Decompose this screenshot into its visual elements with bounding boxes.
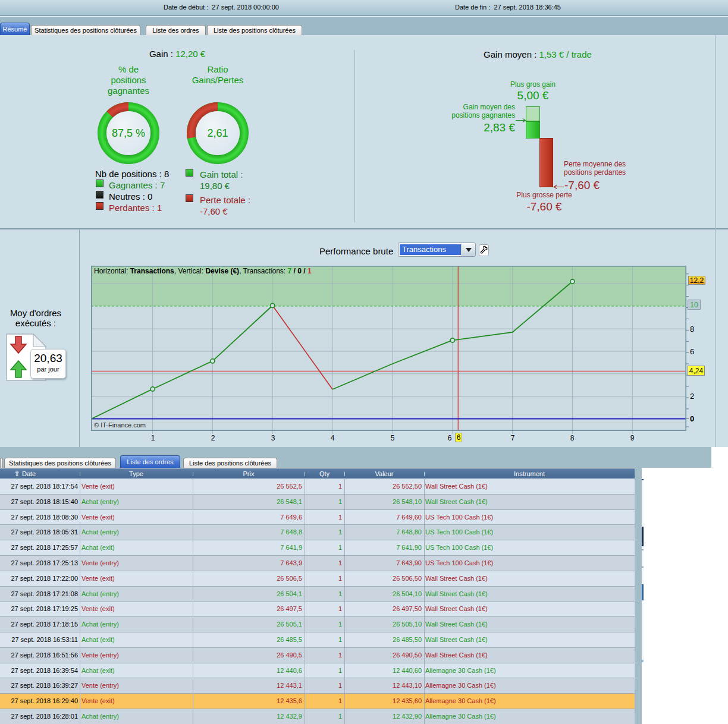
- svg-text:© IT-Finance.com: © IT-Finance.com: [94, 421, 146, 429]
- svg-text:8: 8: [690, 325, 694, 333]
- svg-text:Horizontal: Transactions, Vert: Horizontal: Transactions, Vertical: Devi…: [94, 267, 312, 275]
- svg-text:2: 2: [690, 392, 694, 401]
- svg-text:87,5 %: 87,5 %: [112, 127, 145, 139]
- svg-text:2,61: 2,61: [207, 127, 228, 139]
- svg-text:6: 6: [690, 347, 694, 356]
- svg-text:0: 0: [690, 414, 694, 423]
